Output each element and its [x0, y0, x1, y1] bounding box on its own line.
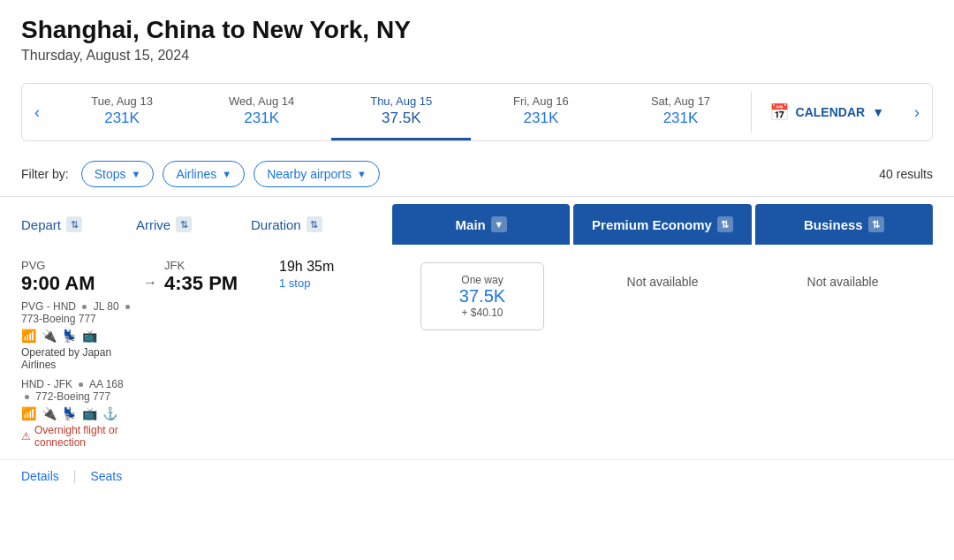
leg1-route-info: PVG - HND JL 80 773-Boeing 777: [21, 300, 136, 325]
dot1: [82, 305, 87, 309]
date-item-2[interactable]: Thu, Aug 15 37.5K: [331, 84, 471, 140]
day-price-0: 231K: [59, 110, 185, 127]
calendar-icon: 📅: [769, 102, 789, 122]
date-navigation: ‹ Tue, Aug 13 231K Wed, Aug 14 231K Thu,…: [21, 83, 933, 141]
arrive-time: 4:35 PM: [164, 272, 279, 295]
day-label-1: Wed, Aug 14: [199, 95, 324, 108]
flight-timing: PVG 9:00 AM PVG - HND JL 80 773-Boeing 7…: [21, 259, 392, 449]
date-item-3[interactable]: Fri, Aug 16 231K: [471, 84, 610, 140]
depart-sort-icon: ⇅: [66, 216, 82, 232]
dot3: [79, 382, 83, 387]
prev-date-arrow[interactable]: ‹: [22, 89, 52, 136]
depart-airport-code: PVG: [21, 259, 136, 272]
business-sort-icon: ⇅: [868, 216, 884, 232]
divider: [0, 196, 954, 197]
day-price-2: 37.5K: [338, 110, 464, 127]
arrive-airport-code: JFK: [164, 259, 279, 272]
page-date: Thursday, August 15, 2024: [21, 48, 933, 64]
overnight-warning: ⚠ Overnight flight or connection: [21, 424, 136, 449]
depart-time: 9:00 AM: [21, 272, 136, 295]
details-link[interactable]: Details: [21, 469, 59, 483]
main-cabin-header[interactable]: Main ▼: [392, 204, 570, 245]
leg1-amenities: 📶 🔌 💺 📺: [21, 329, 136, 343]
day-price-3: 231K: [478, 110, 603, 127]
tv-icon: 📺: [82, 329, 97, 343]
leg2-seat-icon: 💺: [62, 406, 77, 420]
leg1-route: PVG - HND: [21, 300, 76, 313]
table-header: Depart ⇅ Arrive ⇅ Duration ⇅ Main ▼ Prem…: [0, 204, 954, 245]
date-item-0[interactable]: Tue, Aug 13 231K: [52, 84, 192, 140]
leg2-flight-num: AA 168: [89, 378, 124, 390]
duration-sort-icon: ⇅: [307, 216, 322, 232]
seats-link[interactable]: Seats: [90, 469, 122, 483]
leg2-amenities: 📶 🔌 💺 📺 ⚓: [21, 406, 136, 420]
dot4: [25, 395, 29, 399]
business-class-header[interactable]: Business ⇅: [755, 204, 933, 245]
leg2-route-info: HND - JFK AA 168 772-Boeing 777: [21, 378, 136, 403]
arrow-divider: →: [136, 259, 164, 291]
dot2: [125, 305, 130, 309]
day-price-4: 231K: [617, 110, 743, 127]
duration-label: Duration: [251, 217, 301, 232]
duration-sort-header[interactable]: Duration ⇅: [251, 204, 392, 245]
main-sort-icon: ▼: [491, 216, 507, 232]
leg1-flight-num: JL 80: [94, 300, 119, 313]
operated-by: Operated by Japan Airlines: [21, 346, 136, 371]
nearby-filter-label: Nearby airports: [267, 167, 352, 181]
next-date-arrow[interactable]: ›: [902, 89, 932, 136]
main-price-card[interactable]: One way 37.5K + $40.10: [420, 262, 544, 330]
day-price-1: 231K: [199, 110, 324, 127]
flight-arrive-col: JFK 4:35 PM: [164, 259, 279, 295]
stops-dropdown-arrow: ▼: [132, 169, 141, 179]
leg2-tv-icon: 📺: [82, 406, 97, 420]
premium-economy-price-col: Not available: [572, 259, 753, 289]
arrive-sort-header[interactable]: Arrive ⇅: [136, 204, 251, 245]
filter-label: Filter by:: [21, 167, 69, 181]
one-way-label: One way: [437, 274, 527, 286]
main-price-col[interactable]: One way 37.5K + $40.10: [392, 259, 572, 330]
stops-filter-label: Stops: [95, 167, 126, 181]
flight-details-bar: Details | Seats: [0, 460, 954, 494]
stops-filter[interactable]: Stops ▼: [81, 161, 155, 187]
overnight-text: Overnight flight or connection: [34, 424, 136, 449]
calendar-label: CALENDAR: [796, 105, 866, 119]
premium-economy-header[interactable]: Premium Economy ⇅: [573, 204, 751, 245]
leg2-wifi-icon: 📶: [21, 406, 36, 420]
nearby-airports-filter[interactable]: Nearby airports ▼: [254, 161, 380, 187]
leg2-route: HND - JFK: [21, 378, 72, 390]
nearby-dropdown-arrow: ▼: [357, 169, 367, 179]
main-price-value: 37.5K: [437, 286, 527, 306]
usb-icon: 🔌: [42, 329, 57, 343]
flight-row: PVG 9:00 AM PVG - HND JL 80 773-Boeing 7…: [0, 245, 954, 460]
arrive-label: Arrive: [136, 217, 170, 232]
date-item-4[interactable]: Sat, Aug 17 231K: [610, 84, 750, 140]
details-separator: |: [73, 469, 77, 483]
flight-leg1-info: PVG - HND JL 80 773-Boeing 777 📶 🔌 💺 📺 O…: [21, 300, 136, 371]
calendar-button[interactable]: 📅 CALENDAR ▼: [751, 92, 902, 132]
main-price-fee: + $40.10: [437, 306, 527, 319]
flight-depart-col: PVG 9:00 AM PVG - HND JL 80 773-Boeing 7…: [21, 259, 136, 449]
leg2-extra-icon: ⚓: [102, 406, 117, 420]
flight-leg2-info: HND - JFK AA 168 772-Boeing 777 📶 🔌 💺 📺 …: [21, 378, 136, 449]
leg1-aircraft: 773-Boeing 777: [21, 313, 96, 325]
business-price-col: Not available: [753, 259, 933, 289]
day-label-0: Tue, Aug 13: [59, 95, 185, 108]
warning-icon: ⚠: [21, 430, 31, 443]
arrive-sort-icon: ⇅: [176, 216, 192, 232]
airlines-filter-label: Airlines: [176, 167, 216, 181]
airlines-dropdown-arrow: ▼: [222, 169, 231, 179]
results-count: 40 results: [879, 167, 933, 181]
business-label: Business: [804, 217, 863, 232]
date-item-1[interactable]: Wed, Aug 14 231K: [192, 84, 331, 140]
airlines-filter[interactable]: Airlines ▼: [163, 161, 245, 187]
day-label-2: Thu, Aug 15: [338, 95, 464, 108]
premium-not-available: Not available: [627, 275, 699, 289]
wifi-icon: 📶: [21, 329, 36, 343]
page-title: Shanghai, China to New York, NY: [21, 16, 933, 44]
leg2-aircraft: 772-Boeing 777: [35, 390, 110, 403]
depart-sort-header[interactable]: Depart ⇅: [21, 204, 136, 245]
premium-label: Premium Economy: [592, 217, 712, 232]
business-not-available: Not available: [807, 275, 879, 289]
depart-label: Depart: [21, 217, 61, 232]
date-items: Tue, Aug 13 231K Wed, Aug 14 231K Thu, A…: [52, 84, 751, 140]
